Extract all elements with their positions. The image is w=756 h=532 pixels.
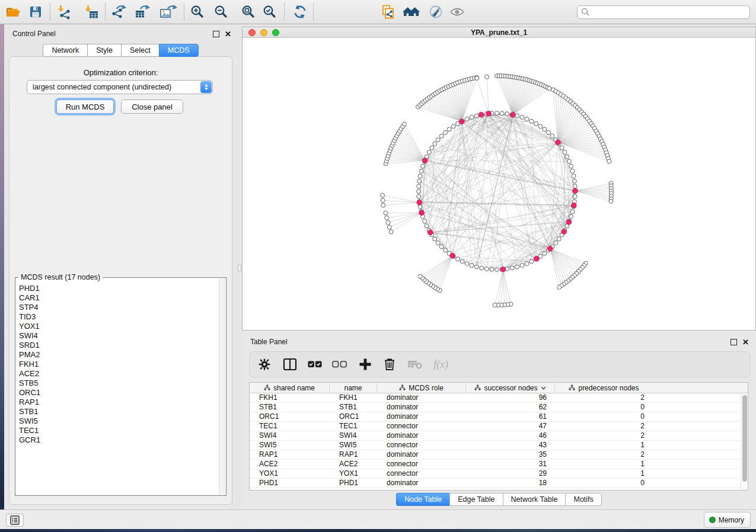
graph-node[interactable] (436, 241, 440, 245)
graph-node[interactable] (547, 86, 551, 91)
graph-node[interactable] (430, 146, 434, 150)
vertical-splitter[interactable] (237, 24, 242, 509)
graph-node[interactable] (607, 159, 611, 164)
graph-node[interactable] (560, 146, 564, 150)
graph-hub-node[interactable] (573, 188, 578, 194)
graph-hub-node[interactable] (422, 158, 428, 163)
graph-node[interactable] (565, 155, 569, 159)
graph-node[interactable] (425, 224, 429, 228)
column-selector-button[interactable] (283, 355, 297, 373)
tab-edge-table[interactable]: Edge Table (449, 493, 502, 506)
network-graph[interactable] (243, 38, 755, 330)
tab-motifs[interactable]: Motifs (565, 493, 601, 506)
network-overview-button[interactable] (403, 4, 420, 20)
graph-node[interactable] (386, 220, 390, 225)
search-input[interactable] (592, 8, 746, 16)
graph-node[interactable] (417, 194, 421, 198)
graph-hub-node[interactable] (566, 219, 572, 225)
graph-node[interactable] (419, 169, 423, 173)
graph-node[interactable] (554, 241, 558, 245)
graph-node[interactable] (470, 116, 474, 120)
zoom-fit-button[interactable] (240, 4, 257, 20)
function-builder-button[interactable]: f(x) (433, 355, 448, 373)
graph-node[interactable] (385, 216, 389, 220)
mcds-result-item[interactable]: RAP1 (15, 398, 218, 407)
graph-node[interactable] (525, 261, 529, 265)
run-mcds-button[interactable]: Run MCDS (56, 100, 114, 114)
graph-node[interactable] (465, 261, 469, 265)
table-row[interactable]: STB1STB1dominator620 (250, 403, 740, 412)
graph-node[interactable] (529, 259, 534, 264)
graph-node[interactable] (381, 193, 385, 197)
graph-node[interactable] (515, 114, 519, 118)
delete-column-button[interactable] (384, 355, 395, 373)
export-network-button[interactable] (110, 4, 127, 20)
graph-hub-node[interactable] (511, 112, 516, 117)
graph-hub-node[interactable] (547, 246, 553, 251)
add-column-button[interactable] (359, 355, 372, 373)
graph-node[interactable] (439, 245, 444, 249)
mcds-result-item[interactable]: SWI4 (15, 331, 218, 341)
graph-node[interactable] (384, 211, 388, 215)
graph-node[interactable] (573, 184, 577, 188)
column-header-name[interactable]: name (330, 383, 377, 393)
graph-node[interactable] (387, 225, 391, 229)
annotation-toggle-button[interactable] (428, 4, 444, 20)
graph-hub-node[interactable] (555, 140, 560, 145)
graph-hub-node[interactable] (562, 229, 567, 235)
graph-node[interactable] (475, 76, 479, 80)
graph-node[interactable] (447, 127, 451, 132)
graph-hub-node[interactable] (459, 119, 464, 124)
graph-node[interactable] (417, 179, 422, 183)
splitter-handle[interactable] (238, 265, 241, 271)
graph-node[interactable] (547, 130, 551, 134)
delete-table-button[interactable] (407, 355, 423, 373)
memory-button[interactable]: Memory (704, 512, 751, 528)
task-history-button[interactable] (6, 514, 24, 527)
graph-hub-node[interactable] (428, 230, 433, 235)
table-row[interactable]: YOX1YOX1connector291 (250, 469, 740, 479)
table-settings-button[interactable] (258, 355, 271, 373)
graph-node[interactable] (465, 117, 469, 121)
graph-node[interactable] (433, 237, 437, 241)
graph-node[interactable] (484, 267, 489, 271)
graph-node[interactable] (573, 194, 577, 198)
column-header-shared-name[interactable]: shared name (250, 383, 330, 393)
zoom-out-button[interactable] (213, 4, 229, 20)
save-session-button[interactable] (27, 4, 44, 20)
graph-node[interactable] (418, 274, 422, 278)
tab-mcds[interactable]: MCDS (159, 44, 199, 57)
graph-node[interactable] (439, 134, 444, 138)
show-hide-details-button[interactable] (449, 4, 465, 20)
apply-layout-button[interactable] (292, 4, 308, 20)
graph-node[interactable] (572, 179, 576, 183)
new-network-from-selection-button[interactable] (380, 4, 397, 20)
network-canvas[interactable] (243, 38, 755, 330)
graph-node[interactable] (417, 184, 421, 188)
graph-node[interactable] (534, 121, 538, 126)
column-header-successor-nodes[interactable]: successor nodes (466, 383, 555, 393)
graph-node[interactable] (495, 268, 499, 272)
export-table-button[interactable] (134, 4, 151, 20)
graph-node[interactable] (529, 119, 534, 123)
graph-node[interactable] (493, 303, 497, 307)
graph-node[interactable] (451, 124, 455, 129)
graph-hub-node[interactable] (479, 112, 484, 117)
graph-node[interactable] (572, 174, 576, 178)
deselect-all-button[interactable] (332, 355, 347, 373)
graph-node[interactable] (417, 190, 421, 194)
graph-node[interactable] (520, 116, 524, 120)
graph-hub-node[interactable] (486, 111, 492, 116)
graph-node[interactable] (515, 265, 519, 269)
graph-node[interactable] (550, 134, 554, 138)
mcds-result-item[interactable]: TEC1 (15, 426, 218, 435)
open-file-button[interactable] (5, 4, 21, 20)
criterion-select[interactable]: largest connected component (undirected) (27, 80, 213, 94)
graph-node[interactable] (570, 210, 575, 214)
graph-node[interactable] (480, 266, 484, 270)
table-vertical-scrollbar[interactable] (741, 394, 748, 489)
graph-node[interactable] (436, 137, 440, 142)
table-panel-close-icon[interactable]: ✕ (742, 339, 749, 345)
export-image-button[interactable] (159, 4, 178, 20)
tab-select[interactable]: Select (121, 44, 159, 57)
